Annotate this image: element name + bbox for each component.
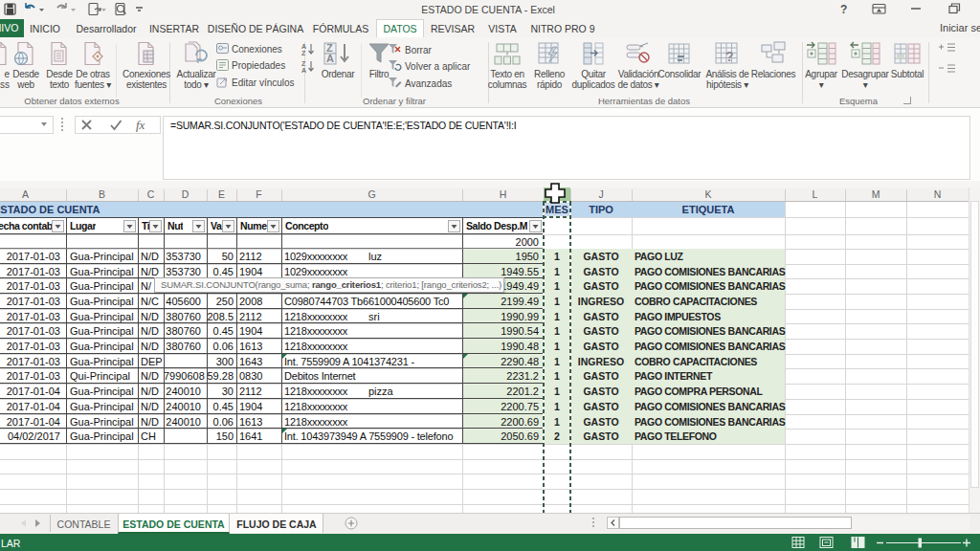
- svg-text:A: A: [326, 53, 334, 64]
- svg-text:fx: fx: [136, 118, 145, 132]
- svg-text:?: ?: [840, 3, 847, 16]
